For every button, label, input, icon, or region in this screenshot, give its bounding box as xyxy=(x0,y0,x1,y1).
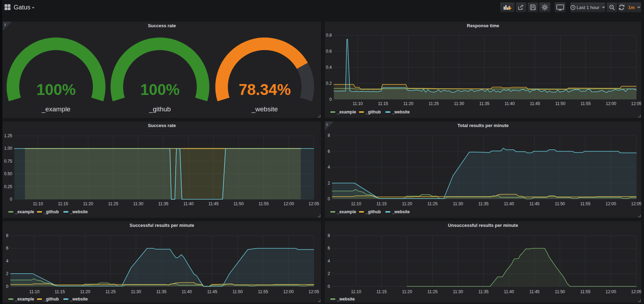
svg-text:11:15: 11:15 xyxy=(376,289,387,294)
svg-text:6: 6 xyxy=(6,246,8,251)
svg-text:4: 4 xyxy=(6,259,8,264)
svg-text:12:05: 12:05 xyxy=(309,201,319,206)
svg-text:11:45: 11:45 xyxy=(208,201,219,206)
svg-text:11:10: 11:10 xyxy=(33,201,43,206)
svg-text:12:00: 12:00 xyxy=(283,289,294,294)
svg-text:_example: _example xyxy=(15,297,34,302)
svg-text:11:40: 11:40 xyxy=(182,289,192,294)
svg-text:_example: _example xyxy=(41,105,70,113)
svg-text:11:55: 11:55 xyxy=(580,101,591,106)
svg-text:12:05: 12:05 xyxy=(631,101,641,106)
svg-text:0: 0 xyxy=(328,197,330,201)
svg-text:11:10: 11:10 xyxy=(351,201,361,206)
svg-text:11:15: 11:15 xyxy=(55,289,65,294)
svg-text:11:35: 11:35 xyxy=(158,201,168,206)
svg-text:12:00: 12:00 xyxy=(606,201,616,206)
svg-text:11:50: 11:50 xyxy=(555,201,565,206)
svg-text:11:50: 11:50 xyxy=(555,289,565,294)
svg-text:11:20: 11:20 xyxy=(402,201,412,206)
svg-text:100%: 100% xyxy=(36,81,76,98)
svg-text:0.2: 0.2 xyxy=(326,81,332,86)
svg-text:11:45: 11:45 xyxy=(530,101,540,106)
svg-text:11:50: 11:50 xyxy=(555,101,565,106)
svg-text:11:20: 11:20 xyxy=(402,289,412,294)
svg-text:11:40: 11:40 xyxy=(505,101,515,106)
svg-text:11:25: 11:25 xyxy=(427,201,438,206)
svg-text:11:20: 11:20 xyxy=(80,289,90,294)
svg-text:_github: _github xyxy=(365,110,381,114)
svg-text:0.4: 0.4 xyxy=(326,65,332,70)
svg-text:11:50: 11:50 xyxy=(233,289,243,294)
svg-text:2: 2 xyxy=(6,271,8,276)
svg-text:0: 0 xyxy=(329,97,332,102)
svg-text:11:15: 11:15 xyxy=(376,201,387,206)
svg-text:12:05: 12:05 xyxy=(309,289,319,294)
svg-text:12:05: 12:05 xyxy=(631,201,641,206)
svg-text:11:45: 11:45 xyxy=(207,289,217,294)
svg-text:11:45: 11:45 xyxy=(529,289,540,294)
svg-text:8: 8 xyxy=(6,233,8,238)
svg-text:2: 2 xyxy=(328,181,330,186)
svg-text:0.6: 0.6 xyxy=(326,49,332,54)
svg-text:_website: _website xyxy=(70,297,88,302)
svg-text:0.8: 0.8 xyxy=(326,33,332,38)
svg-text:4: 4 xyxy=(328,165,330,170)
svg-text:6: 6 xyxy=(328,149,330,154)
svg-text:11:25: 11:25 xyxy=(105,289,116,294)
svg-text:11:10: 11:10 xyxy=(353,101,363,106)
svg-text:11:45: 11:45 xyxy=(529,201,540,206)
svg-text:11:35: 11:35 xyxy=(478,289,489,294)
svg-text:_website: _website xyxy=(70,209,88,214)
svg-text:11:55: 11:55 xyxy=(258,201,269,206)
svg-text:0: 0 xyxy=(6,284,8,289)
svg-text:11:55: 11:55 xyxy=(580,289,591,294)
svg-text:8: 8 xyxy=(328,233,330,238)
svg-text:11:10: 11:10 xyxy=(351,289,361,294)
svg-text:11:15: 11:15 xyxy=(58,201,68,206)
svg-text:1.25: 1.25 xyxy=(4,133,13,138)
svg-text:11:40: 11:40 xyxy=(183,201,193,206)
svg-text:11:35: 11:35 xyxy=(479,101,489,106)
svg-text:0: 0 xyxy=(328,284,330,289)
svg-text:11:25: 11:25 xyxy=(108,201,118,206)
svg-text:_example: _example xyxy=(337,110,356,114)
svg-text:_example: _example xyxy=(15,209,34,214)
svg-text:_website: _website xyxy=(251,105,278,113)
svg-text:11:25: 11:25 xyxy=(429,101,439,106)
svg-text:0: 0 xyxy=(10,197,12,202)
svg-text:11:10: 11:10 xyxy=(29,289,39,294)
svg-text:_github: _github xyxy=(149,105,171,113)
svg-text:11:30: 11:30 xyxy=(454,101,464,106)
svg-text:11:40: 11:40 xyxy=(504,289,514,294)
svg-text:12:00: 12:00 xyxy=(606,101,616,106)
svg-text:_website: _website xyxy=(392,110,410,114)
svg-text:11:20: 11:20 xyxy=(403,101,414,106)
svg-text:11:35: 11:35 xyxy=(156,289,167,294)
svg-text:11:30: 11:30 xyxy=(131,289,141,294)
svg-text:1.00: 1.00 xyxy=(4,146,13,151)
svg-text:0.25: 0.25 xyxy=(4,184,13,189)
svg-text:11:15: 11:15 xyxy=(378,101,388,106)
svg-text:4: 4 xyxy=(328,259,330,264)
svg-text:11:30: 11:30 xyxy=(453,201,463,206)
svg-text:_github: _github xyxy=(43,209,59,214)
svg-text:11:35: 11:35 xyxy=(478,201,489,206)
svg-text:12:00: 12:00 xyxy=(606,289,616,294)
svg-text:_website: _website xyxy=(337,297,355,302)
svg-text:11:30: 11:30 xyxy=(453,289,463,294)
svg-text:2: 2 xyxy=(328,271,330,276)
svg-text:_website: _website xyxy=(392,209,410,214)
svg-text:11:55: 11:55 xyxy=(258,289,268,294)
svg-text:_github: _github xyxy=(365,209,381,214)
svg-text:100%: 100% xyxy=(140,81,180,98)
svg-text:11:25: 11:25 xyxy=(427,289,438,294)
svg-text:78.34%: 78.34% xyxy=(239,81,291,98)
svg-text:11:30: 11:30 xyxy=(133,201,143,206)
svg-text:11:40: 11:40 xyxy=(504,201,514,206)
svg-text:8: 8 xyxy=(328,133,330,138)
svg-text:11:55: 11:55 xyxy=(580,201,591,206)
svg-text:11:50: 11:50 xyxy=(234,201,244,206)
svg-text:11:20: 11:20 xyxy=(83,201,93,206)
svg-text:_example: _example xyxy=(337,209,356,214)
svg-text:6: 6 xyxy=(328,246,330,251)
